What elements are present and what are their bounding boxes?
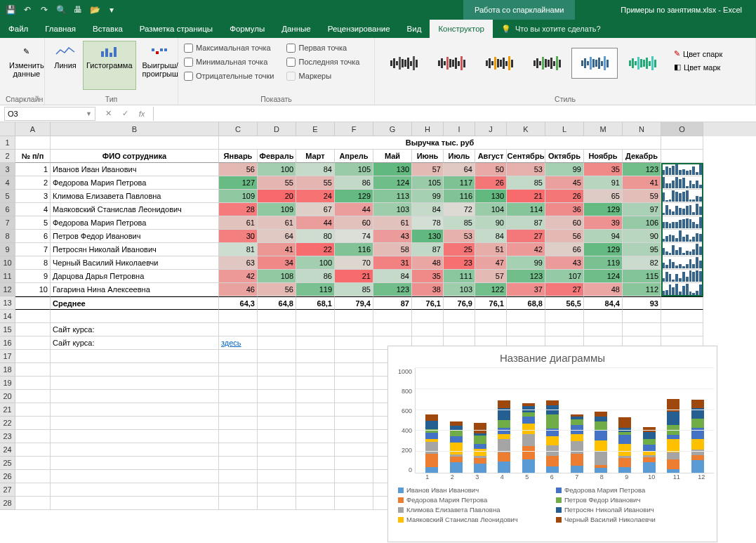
row-header-14[interactable]: 14 bbox=[0, 310, 15, 323]
col-header-M[interactable]: M bbox=[584, 122, 623, 136]
col-header-E[interactable]: E bbox=[296, 122, 335, 136]
row-header-8[interactable]: 8 bbox=[0, 230, 15, 243]
tab-7[interactable]: Конструктор bbox=[430, 20, 493, 38]
col-header-C[interactable]: C bbox=[219, 122, 258, 136]
enter-formula[interactable]: ✓ bbox=[117, 109, 133, 118]
tell-me[interactable]: 💡Что вы хотите сделать? bbox=[493, 20, 609, 38]
chk-first[interactable]: Первая точка bbox=[286, 41, 359, 55]
row-header-7[interactable]: 7 bbox=[0, 216, 15, 230]
style-item-4[interactable] bbox=[571, 48, 618, 79]
marker-color[interactable]: ◧Цвет марк bbox=[672, 61, 724, 73]
row-header-18[interactable]: 18 bbox=[0, 363, 15, 377]
preview-icon[interactable]: 🔍 bbox=[55, 4, 67, 16]
col-header-D[interactable]: D bbox=[258, 122, 296, 136]
svg-rect-2 bbox=[110, 53, 112, 57]
chk-max[interactable]: Максимальная точка bbox=[184, 41, 274, 55]
type-winloss-button[interactable]: Выигрыш/ проигрыш bbox=[139, 41, 182, 90]
name-box[interactable]: O3▼ bbox=[4, 107, 95, 121]
tab-6[interactable]: Вид bbox=[399, 20, 430, 38]
row-header-3[interactable]: 3 bbox=[0, 163, 15, 176]
col-header-I[interactable]: I bbox=[444, 122, 475, 136]
row-header-13[interactable]: 13 bbox=[0, 296, 15, 310]
row-header-26[interactable]: 26 bbox=[0, 470, 15, 483]
chevron-down-icon: ▼ bbox=[86, 110, 92, 117]
type-line-button[interactable]: Линия bbox=[51, 41, 80, 90]
row-header-19[interactable]: 19 bbox=[0, 377, 15, 390]
row-header-21[interactable]: 21 bbox=[0, 403, 15, 417]
open-icon[interactable]: 📂 bbox=[88, 4, 101, 16]
style-item-5[interactable] bbox=[619, 48, 665, 79]
style-item-0[interactable] bbox=[380, 48, 427, 79]
tab-5[interactable]: Рецензирование bbox=[319, 20, 399, 38]
winloss-icon bbox=[149, 43, 171, 60]
column-icon bbox=[98, 43, 121, 60]
sparkline-color[interactable]: ✎Цвет спарк bbox=[672, 48, 724, 60]
worksheet[interactable]: 1234567891011121314151617181920212223242… bbox=[0, 122, 756, 543]
row-header-22[interactable]: 22 bbox=[0, 417, 15, 430]
col-header-H[interactable]: H bbox=[412, 122, 444, 136]
quickprint-icon[interactable]: 🖶 bbox=[72, 4, 84, 16]
quick-access-toolbar: 💾 ↶ ↷ 🔍 🖶 📂 ▾ bbox=[0, 4, 122, 16]
row-header-27[interactable]: 27 bbox=[0, 483, 15, 497]
qat-more-icon[interactable]: ▾ bbox=[105, 4, 118, 16]
col-header-J[interactable]: J bbox=[475, 122, 507, 136]
row-header-2[interactable]: 2 bbox=[0, 150, 15, 163]
row-header-15[interactable]: 15 bbox=[0, 323, 15, 336]
row-header-23[interactable]: 23 bbox=[0, 430, 15, 443]
row-header-10[interactable]: 10 bbox=[0, 256, 15, 270]
style-gallery[interactable] bbox=[380, 41, 665, 79]
row-header-16[interactable]: 16 bbox=[0, 336, 15, 350]
row-header-25[interactable]: 25 bbox=[0, 457, 15, 470]
row-header-9[interactable]: 9 bbox=[0, 243, 15, 256]
chk-last[interactable]: Последняя точка bbox=[286, 55, 359, 69]
undo-icon[interactable]: ↶ bbox=[21, 4, 34, 16]
type-column-button[interactable]: Гистограмма bbox=[83, 41, 136, 90]
svg-rect-4 bbox=[152, 48, 154, 51]
tab-4[interactable]: Данные bbox=[273, 20, 319, 38]
tab-0[interactable]: Главная bbox=[37, 20, 84, 38]
svg-rect-5 bbox=[156, 51, 159, 54]
col-header-K[interactable]: K bbox=[507, 122, 545, 136]
tab-1[interactable]: Вставка bbox=[84, 20, 131, 38]
style-item-2[interactable] bbox=[476, 48, 522, 79]
cancel-formula[interactable]: ✕ bbox=[100, 109, 117, 118]
tab-3[interactable]: Формулы bbox=[221, 20, 273, 38]
tab-2[interactable]: Разметка страницы bbox=[131, 20, 221, 38]
row-header-1[interactable]: 1 bbox=[0, 136, 15, 150]
course-link[interactable]: здесь bbox=[221, 339, 241, 347]
row-header-6[interactable]: 6 bbox=[0, 203, 15, 216]
row-header-4[interactable]: 4 bbox=[0, 176, 15, 190]
edit-data-button[interactable]: ✎Изменить данные bbox=[6, 41, 48, 90]
chk-neg[interactable]: Отрицательные точки bbox=[184, 69, 274, 83]
chk-min[interactable]: Минимальная точка bbox=[184, 55, 274, 69]
tab-file[interactable]: Файл bbox=[0, 20, 37, 38]
col-header-F[interactable]: F bbox=[335, 122, 373, 136]
col-header-G[interactable]: G bbox=[373, 122, 412, 136]
chart-title[interactable]: Название диаграммы bbox=[391, 352, 714, 364]
row-header-17[interactable]: 17 bbox=[0, 350, 15, 363]
fx-icon[interactable]: fx bbox=[133, 110, 150, 118]
redo-icon[interactable]: ↷ bbox=[38, 4, 51, 16]
embedded-chart[interactable]: Название диаграммы 10008006004002000 123… bbox=[387, 346, 717, 542]
save-icon[interactable]: 💾 bbox=[4, 4, 17, 16]
formula-input[interactable] bbox=[153, 107, 756, 121]
col-header-B[interactable]: B bbox=[51, 122, 219, 136]
row-header-5[interactable]: 5 bbox=[0, 190, 15, 203]
titlebar: 💾 ↶ ↷ 🔍 🖶 📂 ▾ Работа со спарклайнами При… bbox=[0, 0, 756, 20]
svg-rect-1 bbox=[105, 48, 108, 57]
col-header-O[interactable]: O bbox=[661, 122, 703, 136]
select-all-corner[interactable] bbox=[0, 122, 15, 136]
row-header-24[interactable]: 24 bbox=[0, 443, 15, 457]
row-header-12[interactable]: 12 bbox=[0, 283, 15, 296]
chk-markers[interactable]: Маркеры bbox=[286, 69, 359, 83]
style-item-1[interactable] bbox=[428, 48, 475, 79]
ribbon: ✎Изменить данные Спарклайн Линия Гистогр… bbox=[0, 38, 756, 105]
col-header-A[interactable]: A bbox=[15, 122, 51, 136]
row-header-20[interactable]: 20 bbox=[0, 390, 15, 403]
row-header-28[interactable]: 28 bbox=[0, 497, 15, 510]
edit-data-icon: ✎ bbox=[15, 43, 38, 60]
col-header-N[interactable]: N bbox=[623, 122, 661, 136]
col-header-L[interactable]: L bbox=[545, 122, 584, 136]
row-header-11[interactable]: 11 bbox=[0, 270, 15, 283]
style-item-3[interactable] bbox=[524, 48, 570, 79]
